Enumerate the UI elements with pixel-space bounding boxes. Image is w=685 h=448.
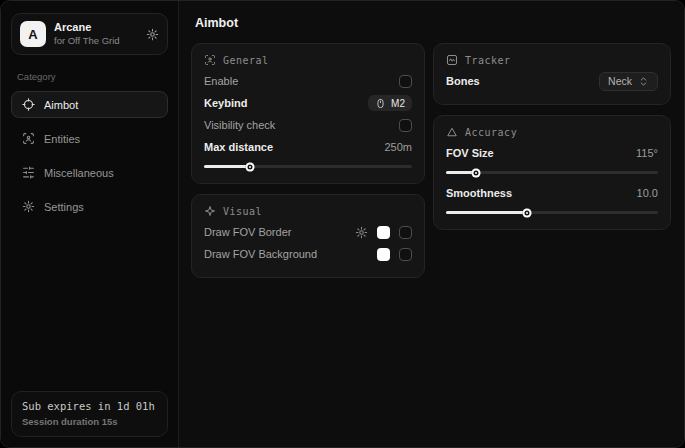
row-keybind: Keybind M2	[204, 92, 412, 114]
keybind-button[interactable]: M2	[368, 95, 412, 111]
smoothness-value: 10.0	[637, 187, 658, 199]
triangle-icon	[446, 126, 458, 138]
fov-size-value: 115°	[636, 147, 658, 159]
visibility-check-label: Visibility check	[204, 119, 275, 131]
row-draw-fov-border: Draw FOV Border	[204, 221, 412, 243]
card-title: Tracker	[465, 55, 511, 66]
sidebar-item-label: Entities	[44, 133, 80, 145]
fov-background-checkbox[interactable]	[399, 248, 412, 261]
card-title: General	[223, 55, 269, 66]
fov-background-color-swatch[interactable]	[377, 248, 390, 261]
sidebar-item-label: Aimbot	[44, 99, 78, 111]
card-title: Visual	[223, 206, 262, 217]
column-right: Tracker Bones Neck	[433, 43, 671, 230]
fov-border-color-swatch[interactable]	[377, 226, 390, 239]
slider-thumb[interactable]	[471, 168, 480, 177]
keybind-value: M2	[391, 98, 405, 109]
sidebar-item-label: Settings	[44, 201, 84, 213]
sparkle-icon	[204, 205, 216, 217]
main-header: Aimbot	[179, 1, 685, 39]
app-logo-card: A Arcane for Off The Grid	[11, 13, 168, 55]
app-identity: Arcane for Off The Grid	[54, 21, 120, 47]
bones-label: Bones	[446, 75, 480, 87]
app-subtitle: for Off The Grid	[54, 35, 120, 47]
card-general-header: General	[204, 54, 412, 66]
fov-border-controls	[355, 226, 412, 239]
visibility-check-checkbox[interactable]	[399, 119, 412, 132]
sliders-icon	[22, 166, 35, 179]
enable-checkbox[interactable]	[399, 75, 412, 88]
app-logo: A	[20, 21, 46, 47]
slider-fill	[204, 165, 250, 168]
fov-border-checkbox[interactable]	[399, 226, 412, 239]
card-tracker: Tracker Bones Neck	[433, 43, 671, 105]
fov-size-label: FOV Size	[446, 147, 494, 159]
mouse-icon	[375, 98, 386, 109]
gear-icon	[22, 200, 35, 213]
main-panel: Aimbot General Enable	[179, 1, 685, 447]
sidebar-item-miscellaneous[interactable]: Miscellaneous	[11, 159, 168, 186]
gear-icon[interactable]	[355, 226, 368, 239]
column-left: General Enable Keybind M2	[191, 43, 425, 278]
bones-selected-value: Neck	[608, 75, 632, 87]
content: General Enable Keybind M2	[179, 39, 685, 292]
row-max-distance: Max distance 250m	[204, 136, 412, 158]
max-distance-slider[interactable]	[204, 165, 412, 168]
enable-label: Enable	[204, 75, 238, 87]
row-enable: Enable	[204, 70, 412, 92]
sidebar: A Arcane for Off The Grid Category Aimbo…	[1, 1, 179, 447]
row-visibility-check: Visibility check	[204, 114, 412, 136]
app-window: A Arcane for Off The Grid Category Aimbo…	[0, 0, 685, 448]
keybind-label: Keybind	[204, 97, 247, 109]
row-draw-fov-background: Draw FOV Background	[204, 243, 412, 265]
activity-square-icon	[446, 54, 458, 66]
gear-icon[interactable]	[146, 28, 159, 41]
chevrons-up-down-icon	[638, 76, 649, 87]
fov-background-controls	[377, 248, 412, 261]
row-bones: Bones Neck	[446, 70, 658, 92]
sidebar-item-entities[interactable]: Entities	[11, 125, 168, 152]
smoothness-slider[interactable]	[446, 211, 658, 214]
card-accuracy-header: Accuracy	[446, 126, 658, 138]
sidebar-item-aimbot[interactable]: Aimbot	[11, 91, 168, 118]
bones-select[interactable]: Neck	[599, 72, 658, 91]
card-general: General Enable Keybind M2	[191, 43, 425, 184]
sidebar-item-settings[interactable]: Settings	[11, 193, 168, 220]
category-label: Category	[17, 71, 162, 82]
card-accuracy: Accuracy FOV Size 115° Smoothness 10.0	[433, 115, 671, 230]
max-distance-label: Max distance	[204, 141, 273, 153]
card-title: Accuracy	[465, 127, 517, 138]
max-distance-value: 250m	[384, 141, 412, 153]
crosshair-icon	[22, 98, 35, 111]
app-name: Arcane	[54, 21, 120, 35]
session-duration-text: Session duration 15s	[22, 416, 157, 427]
row-fov-size: FOV Size 115°	[446, 142, 658, 164]
page-title: Aimbot	[195, 16, 669, 30]
slider-fill	[446, 211, 527, 214]
smoothness-label: Smoothness	[446, 187, 512, 199]
card-visual: Visual Draw FOV Border Draw	[191, 194, 425, 278]
draw-fov-border-label: Draw FOV Border	[204, 226, 291, 238]
fov-size-slider[interactable]	[446, 171, 658, 174]
sub-expiry-text: Sub expires in 1d 01h	[22, 400, 157, 412]
sidebar-item-label: Miscellaneous	[44, 167, 114, 179]
card-visual-header: Visual	[204, 205, 412, 217]
row-smoothness: Smoothness 10.0	[446, 182, 658, 204]
draw-fov-background-label: Draw FOV Background	[204, 248, 317, 260]
subscription-card: Sub expires in 1d 01h Session duration 1…	[11, 391, 168, 437]
card-tracker-header: Tracker	[446, 54, 658, 66]
slider-thumb[interactable]	[522, 208, 531, 217]
scan-person-icon	[22, 132, 35, 145]
user-scan-icon	[204, 54, 216, 66]
slider-thumb[interactable]	[245, 162, 254, 171]
